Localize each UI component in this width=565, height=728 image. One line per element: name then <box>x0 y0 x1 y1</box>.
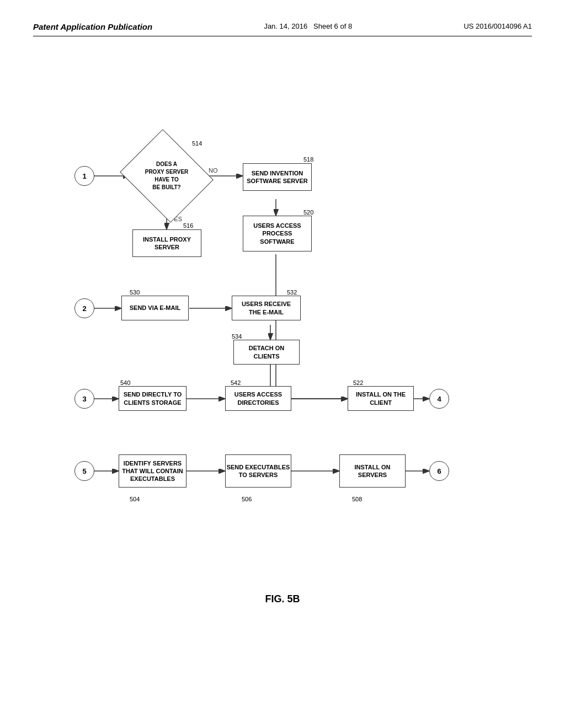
box-522: INSTALL ON THECLIENT <box>348 386 414 411</box>
page: Patent Application Publication Jan. 14, … <box>0 0 565 728</box>
circle-node-1: 1 <box>74 166 94 186</box>
box-520: USERS ACCESSPROCESSSOFTWARE <box>243 216 312 251</box>
diamond-514-text: DOES APROXY SERVERHAVE TOBE BUILT? <box>145 160 189 191</box>
diamond-514: DOES APROXY SERVERHAVE TOBE BUILT? <box>131 146 202 206</box>
label-504: 504 <box>130 496 140 502</box>
label-506: 506 <box>242 496 252 502</box>
header-date-sheet: Jan. 14, 2016 Sheet 6 of 8 <box>264 22 352 30</box>
label-540: 540 <box>120 379 130 386</box>
label-542: 542 <box>231 379 241 386</box>
diagram-area: NO YES <box>33 58 532 582</box>
svg-text:NO: NO <box>209 167 218 174</box>
label-522: 522 <box>353 379 363 386</box>
label-516: 516 <box>183 222 193 229</box>
box-540: SEND DIRECTLY TOCLIENTS STORAGE <box>119 386 186 411</box>
box-516: INSTALL PROXYSERVER <box>132 229 201 257</box>
circle-node-2: 2 <box>74 298 94 318</box>
header: Patent Application Publication Jan. 14, … <box>33 22 532 36</box>
box-532: USERS RECEIVETHE E-MAIL <box>232 296 301 320</box>
circle-node-5: 5 <box>74 461 94 481</box>
box-504: IDENTIFY SERVERSTHAT WILL CONTAINEXECUTA… <box>119 454 186 488</box>
label-508: 508 <box>352 496 362 502</box>
box-534: DETACH ONCLIENTS <box>233 340 300 365</box>
header-patent-number: US 2016/0014096 A1 <box>463 22 532 30</box>
label-530: 530 <box>130 289 140 296</box>
box-542: USERS ACCESSDIRECTORIES <box>225 386 291 411</box>
label-520: 520 <box>303 209 313 216</box>
box-508: INSTALL ONSERVERS <box>339 454 406 488</box>
box-530: SEND VIA E-MAIL <box>121 296 189 320</box>
circle-node-6: 6 <box>429 461 449 481</box>
circle-node-4: 4 <box>429 389 449 409</box>
label-534: 534 <box>232 333 242 340</box>
box-518: SEND INVENTIONSOFTWARE SERVER <box>243 163 312 191</box>
header-title: Patent Application Publication <box>33 22 152 31</box>
fig-label: FIG. 5B <box>33 593 532 605</box>
circle-node-3: 3 <box>74 389 94 409</box>
label-518: 518 <box>303 156 313 163</box>
label-514: 514 <box>192 140 202 147</box>
arrows-svg: NO YES <box>33 58 532 582</box>
box-506: SEND EXECUTABLESTO SERVERS <box>225 454 291 488</box>
label-532: 532 <box>287 289 297 296</box>
